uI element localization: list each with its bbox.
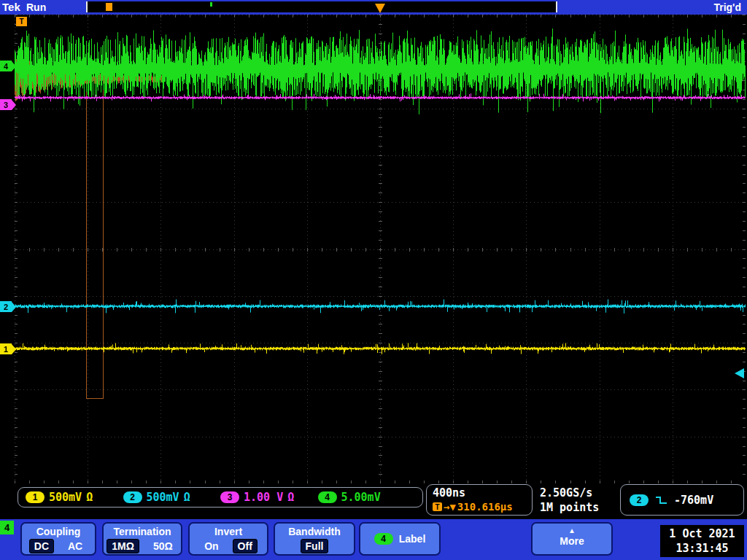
ch3-impedance: Ω <box>287 491 294 504</box>
invert-off-option[interactable]: Off <box>233 539 258 553</box>
invert-on-option[interactable]: On <box>199 539 223 553</box>
more-up-arrow-icon: ▲ <box>533 526 611 535</box>
termination-label: Termination <box>104 526 181 537</box>
bandwidth-label: Bandwidth <box>275 526 354 537</box>
ch2-impedance: Ω <box>184 491 190 504</box>
ch4-readout[interactable]: 4 5.00mV <box>318 491 416 504</box>
invert-label: Invert <box>190 526 267 537</box>
ch1-badge: 1 <box>26 491 44 503</box>
record-length: 1M points <box>540 500 599 515</box>
trigger-t-icon: T <box>433 502 442 511</box>
channel-2-marker[interactable]: 2 <box>0 301 16 312</box>
ch3-readout[interactable]: 3 1.00 V Ω <box>220 491 318 504</box>
label-channel-badge: 4 <box>374 533 393 545</box>
ch2-scale: 500mV <box>147 491 179 504</box>
record-trigger-marker <box>106 3 112 11</box>
coupling-dc-option[interactable]: DC <box>29 539 54 553</box>
waveform-display <box>15 15 746 483</box>
bandwidth-full-option[interactable]: Full <box>301 539 329 553</box>
channel-readouts: 1 500mV Ω 2 500mV Ω 3 1.00 V Ω 4 5.00mV <box>18 487 423 508</box>
ch1-readout[interactable]: 1 500mV Ω <box>26 491 123 504</box>
termination-button[interactable]: Termination 1MΩ 50Ω <box>102 522 182 556</box>
trigger-source-badge: 2 <box>630 494 649 506</box>
coupling-ac-option[interactable]: AC <box>63 539 88 553</box>
timebase-readout: 400ns T→▼310.616µs <box>426 484 533 516</box>
invert-button[interactable]: Invert On Off <box>188 522 268 556</box>
coupling-label: Coupling <box>22 526 95 537</box>
trigger-delay-readout: T→▼310.616µs <box>433 501 526 513</box>
record-right-bracket <box>556 1 557 12</box>
active-channel-badge: 4 <box>0 521 14 534</box>
ch2-readout[interactable]: 2 500mV Ω <box>123 491 221 504</box>
tek-logo: Tek <box>2 1 20 13</box>
channel-3-marker[interactable]: 3 <box>0 99 16 110</box>
trigger-readout: 2 -760mV <box>620 484 744 516</box>
sample-rate: 2.50GS/s <box>540 486 599 500</box>
oscilloscope-screen: Tek Run Trig'd T 4 3 2 1 1 500mV <box>0 0 747 560</box>
more-text: More <box>533 535 611 547</box>
termination-1m-option[interactable]: 1MΩ <box>107 539 139 553</box>
readout-bar: 1 500mV Ω 2 500mV Ω 3 1.00 V Ω 4 5.00mV … <box>0 483 747 519</box>
bandwidth-button[interactable]: Bandwidth Full <box>274 522 355 556</box>
delay-arrows: →▼ <box>444 501 456 513</box>
ch3-scale: 1.00 V <box>244 491 283 504</box>
label-text: Label <box>399 533 426 545</box>
acquisition-status: Run <box>26 1 46 13</box>
label-button[interactable]: 4 Label <box>359 522 441 556</box>
ch2-badge: 2 <box>123 491 142 503</box>
trigger-status: Trig'd <box>713 1 741 13</box>
ch3-badge: 3 <box>220 491 239 503</box>
trigger-level-marker[interactable] <box>735 368 744 378</box>
channel-4-marker[interactable]: 4 <box>0 61 16 71</box>
marker-pointer <box>12 302 16 312</box>
marker-pointer <box>12 100 16 110</box>
trigger-position-marker[interactable] <box>375 4 385 13</box>
ch1-scale: 500mV <box>49 491 82 504</box>
acquisition-readout: 2.50GS/s 1M points <box>540 486 599 515</box>
time-text: 13:31:45 <box>660 541 744 556</box>
timebase-scale: 400ns <box>433 486 526 499</box>
record-left-bracket <box>86 1 88 12</box>
coupling-button[interactable]: Coupling DC AC <box>20 522 96 556</box>
record-view-bar <box>86 1 557 12</box>
ch1-impedance: Ω <box>86 491 93 504</box>
trigger-delay-tag: T <box>16 17 27 26</box>
date-text: 1 Oct 2021 <box>660 526 744 541</box>
record-reference-tick <box>210 2 212 7</box>
ch4-badge: 4 <box>318 491 337 503</box>
ch4-scale: 5.00mV <box>341 491 381 504</box>
trigger-slope-icon <box>655 495 667 505</box>
marker-pointer <box>12 344 16 354</box>
marker-pointer <box>12 61 16 71</box>
channel-menu-bar: 4 Coupling DC AC Termination 1MΩ 50Ω Inv… <box>0 519 747 560</box>
trigger-level-value: -760mV <box>674 494 713 507</box>
top-status-bar: Tek Run Trig'd <box>0 0 747 15</box>
delay-value: 310.616µs <box>457 501 513 513</box>
datetime-display: 1 Oct 2021 13:31:45 <box>660 525 744 557</box>
termination-50-option[interactable]: 50Ω <box>148 539 178 553</box>
graticule-canvas <box>15 15 746 483</box>
channel-1-marker[interactable]: 1 <box>0 343 16 354</box>
more-button[interactable]: ▲ More <box>531 522 613 556</box>
